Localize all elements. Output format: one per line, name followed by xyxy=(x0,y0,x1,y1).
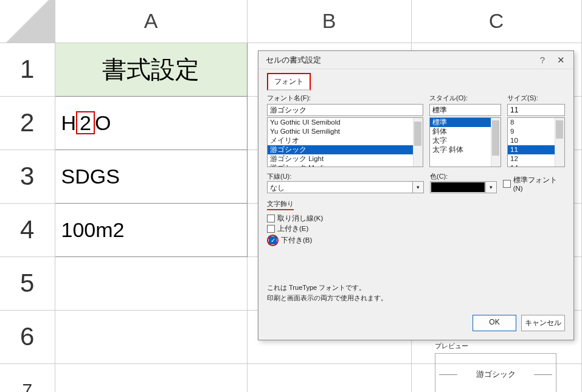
cell-A2[interactable]: H2O xyxy=(55,96,247,150)
size-label: サイズ(S): xyxy=(507,94,565,103)
format-cells-dialog: セルの書式設定 ? ✕ フォント フォント名(F): Yu Gothic UI … xyxy=(258,50,574,340)
cell-A4[interactable]: 100m2 xyxy=(55,203,247,256)
preview-label: プレビュー xyxy=(435,342,556,351)
tab-strip: フォント xyxy=(267,73,565,89)
fontname-label: フォント名(F): xyxy=(267,94,423,103)
select-all-corner[interactable] xyxy=(0,0,55,43)
cell-A7[interactable] xyxy=(55,363,247,392)
row-header-5[interactable]: 5 xyxy=(0,256,55,310)
scrollbar[interactable] xyxy=(491,118,501,167)
row-header-3[interactable]: 3 xyxy=(0,150,55,203)
cell-A2-post: O xyxy=(95,111,111,134)
font-option[interactable]: Yu Gothic UI Semibold xyxy=(268,118,423,127)
font-option[interactable]: メイリオ xyxy=(268,136,423,145)
strike-checkbox[interactable] xyxy=(267,215,275,222)
font-option[interactable]: 游ゴシック Light xyxy=(268,154,423,163)
cell-A5[interactable] xyxy=(55,256,247,310)
underline-value: なし xyxy=(267,181,413,193)
highlight-circle xyxy=(267,235,279,246)
row-header-2[interactable]: 2 xyxy=(0,96,55,150)
preview-box: 游ゴシック xyxy=(435,353,556,392)
row-header-1[interactable]: 1 xyxy=(0,43,55,96)
footnote-line2: 印刷と画面表示の両方で使用されます。 xyxy=(267,293,565,303)
fontname-list[interactable]: Yu Gothic UI Semibold Yu Gothic UI Semil… xyxy=(267,117,423,167)
style-option[interactable]: 斜体 xyxy=(430,127,501,136)
scrollbar[interactable] xyxy=(555,118,564,167)
scrollbar-thumb[interactable] xyxy=(492,120,499,156)
font-option-selected[interactable]: 游ゴシック xyxy=(268,145,423,154)
color-label: 色(C): xyxy=(430,173,448,180)
scrollbar[interactable] xyxy=(413,118,423,167)
dialog-title: セルの書式設定 xyxy=(266,55,533,66)
row-header-7[interactable]: 7 xyxy=(0,363,55,392)
style-option[interactable]: 太字 斜体 xyxy=(430,145,501,154)
col-header-A[interactable]: A xyxy=(55,0,247,43)
row-header-6[interactable]: 6 xyxy=(0,310,55,363)
underline-combo[interactable]: なし ▾ xyxy=(267,181,424,193)
cell-A3[interactable]: SDGS xyxy=(55,150,247,203)
help-button[interactable]: ? xyxy=(533,55,552,65)
ok-button[interactable]: OK xyxy=(473,315,516,331)
subscript-checkbox[interactable] xyxy=(269,236,277,244)
dialog-titlebar[interactable]: セルの書式設定 ? ✕ xyxy=(258,51,573,69)
style-input[interactable] xyxy=(429,104,501,116)
footnote-line1: これは TrueType フォントです。 xyxy=(267,283,565,293)
size-list[interactable]: 8 9 10 11 12 14 xyxy=(507,117,565,167)
style-option-selected[interactable]: 標準 xyxy=(430,118,501,127)
style-label: スタイル(O): xyxy=(429,94,501,103)
row-header-4[interactable]: 4 xyxy=(0,203,55,256)
close-button[interactable]: ✕ xyxy=(552,55,570,66)
chevron-down-icon[interactable]: ▾ xyxy=(485,182,496,193)
font-option[interactable]: Yu Gothic UI Semilight xyxy=(268,127,423,136)
tab-font[interactable]: フォント xyxy=(267,73,311,91)
cancel-button[interactable]: キャンセル xyxy=(521,315,565,331)
chevron-down-icon[interactable]: ▾ xyxy=(413,181,424,193)
effects-label: 文字飾り xyxy=(267,199,294,210)
style-option[interactable]: 太字 xyxy=(430,136,501,145)
color-swatch xyxy=(431,182,485,192)
underline-label: 下線(U): xyxy=(267,173,291,180)
highlighted-char: 2 xyxy=(76,111,95,134)
cell-A1[interactable]: 書式設定 xyxy=(55,43,247,96)
superscript-checkbox[interactable] xyxy=(267,225,275,233)
scrollbar-thumb[interactable] xyxy=(414,122,421,146)
cell-A2-pre: H xyxy=(61,111,77,134)
size-input[interactable] xyxy=(507,104,565,116)
cell-B7[interactable] xyxy=(247,363,411,392)
color-combo[interactable]: ▾ xyxy=(430,181,497,193)
strike-label: 取り消し線(K) xyxy=(277,214,323,223)
scrollbar-thumb[interactable] xyxy=(556,120,563,139)
preview-text: 游ゴシック xyxy=(476,369,516,380)
cell-A6[interactable] xyxy=(55,310,247,363)
subscript-label: 下付き(B) xyxy=(281,236,312,245)
normalfont-label: 標準フォント(N) xyxy=(513,176,565,192)
font-option[interactable]: 游ゴシック Medium xyxy=(268,163,423,167)
col-header-C[interactable]: C xyxy=(411,0,581,43)
superscript-label: 上付き(E) xyxy=(277,224,308,233)
col-header-B[interactable]: B xyxy=(247,0,411,43)
normalfont-checkbox[interactable] xyxy=(503,180,511,188)
fontname-input[interactable] xyxy=(267,104,423,116)
style-list[interactable]: 標準 斜体 太字 太字 斜体 xyxy=(429,117,501,167)
